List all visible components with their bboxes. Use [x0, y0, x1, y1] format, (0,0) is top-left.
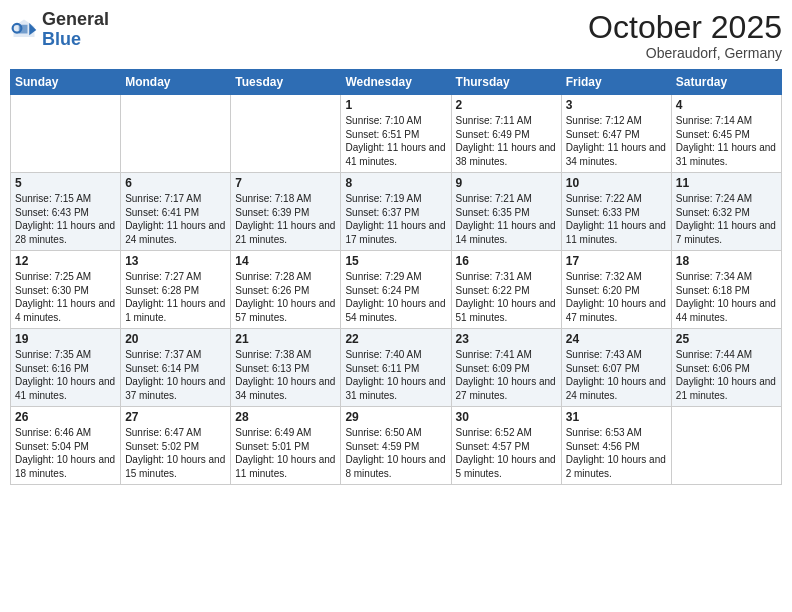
day-number: 18: [676, 254, 777, 268]
header: General Blue October 2025 Oberaudorf, Ge…: [10, 10, 782, 61]
day-info: Sunrise: 7:21 AM Sunset: 6:35 PM Dayligh…: [456, 192, 557, 246]
day-info: Sunrise: 6:52 AM Sunset: 4:57 PM Dayligh…: [456, 426, 557, 480]
day-number: 1: [345, 98, 446, 112]
calendar: Sunday Monday Tuesday Wednesday Thursday…: [10, 69, 782, 485]
day-number: 25: [676, 332, 777, 346]
day-number: 20: [125, 332, 226, 346]
calendar-header-row: Sunday Monday Tuesday Wednesday Thursday…: [11, 70, 782, 95]
logo-icon: [10, 16, 38, 44]
table-row: 12Sunrise: 7:25 AM Sunset: 6:30 PM Dayli…: [11, 251, 121, 329]
col-wednesday: Wednesday: [341, 70, 451, 95]
day-number: 27: [125, 410, 226, 424]
page: General Blue October 2025 Oberaudorf, Ge…: [0, 0, 792, 612]
day-number: 8: [345, 176, 446, 190]
day-number: 11: [676, 176, 777, 190]
day-number: 9: [456, 176, 557, 190]
day-info: Sunrise: 7:11 AM Sunset: 6:49 PM Dayligh…: [456, 114, 557, 168]
day-number: 15: [345, 254, 446, 268]
table-row: 15Sunrise: 7:29 AM Sunset: 6:24 PM Dayli…: [341, 251, 451, 329]
day-info: Sunrise: 7:25 AM Sunset: 6:30 PM Dayligh…: [15, 270, 116, 324]
table-row: 17Sunrise: 7:32 AM Sunset: 6:20 PM Dayli…: [561, 251, 671, 329]
table-row: 30Sunrise: 6:52 AM Sunset: 4:57 PM Dayli…: [451, 407, 561, 485]
day-info: Sunrise: 7:10 AM Sunset: 6:51 PM Dayligh…: [345, 114, 446, 168]
day-number: 12: [15, 254, 116, 268]
calendar-week-3: 12Sunrise: 7:25 AM Sunset: 6:30 PM Dayli…: [11, 251, 782, 329]
table-row: 19Sunrise: 7:35 AM Sunset: 6:16 PM Dayli…: [11, 329, 121, 407]
day-info: Sunrise: 7:38 AM Sunset: 6:13 PM Dayligh…: [235, 348, 336, 402]
table-row: 11Sunrise: 7:24 AM Sunset: 6:32 PM Dayli…: [671, 173, 781, 251]
table-row: 5Sunrise: 7:15 AM Sunset: 6:43 PM Daylig…: [11, 173, 121, 251]
day-info: Sunrise: 6:53 AM Sunset: 4:56 PM Dayligh…: [566, 426, 667, 480]
table-row: 16Sunrise: 7:31 AM Sunset: 6:22 PM Dayli…: [451, 251, 561, 329]
day-info: Sunrise: 7:24 AM Sunset: 6:32 PM Dayligh…: [676, 192, 777, 246]
logo-blue: Blue: [42, 29, 81, 49]
table-row: 27Sunrise: 6:47 AM Sunset: 5:02 PM Dayli…: [121, 407, 231, 485]
day-info: Sunrise: 7:17 AM Sunset: 6:41 PM Dayligh…: [125, 192, 226, 246]
table-row: 31Sunrise: 6:53 AM Sunset: 4:56 PM Dayli…: [561, 407, 671, 485]
table-row: [671, 407, 781, 485]
table-row: 24Sunrise: 7:43 AM Sunset: 6:07 PM Dayli…: [561, 329, 671, 407]
day-info: Sunrise: 7:19 AM Sunset: 6:37 PM Dayligh…: [345, 192, 446, 246]
table-row: 25Sunrise: 7:44 AM Sunset: 6:06 PM Dayli…: [671, 329, 781, 407]
day-info: Sunrise: 6:47 AM Sunset: 5:02 PM Dayligh…: [125, 426, 226, 480]
table-row: [231, 95, 341, 173]
table-row: 9Sunrise: 7:21 AM Sunset: 6:35 PM Daylig…: [451, 173, 561, 251]
col-saturday: Saturday: [671, 70, 781, 95]
table-row: 29Sunrise: 6:50 AM Sunset: 4:59 PM Dayli…: [341, 407, 451, 485]
table-row: 26Sunrise: 6:46 AM Sunset: 5:04 PM Dayli…: [11, 407, 121, 485]
day-info: Sunrise: 7:43 AM Sunset: 6:07 PM Dayligh…: [566, 348, 667, 402]
location: Oberaudorf, Germany: [588, 45, 782, 61]
day-info: Sunrise: 7:41 AM Sunset: 6:09 PM Dayligh…: [456, 348, 557, 402]
table-row: [121, 95, 231, 173]
table-row: 10Sunrise: 7:22 AM Sunset: 6:33 PM Dayli…: [561, 173, 671, 251]
table-row: 28Sunrise: 6:49 AM Sunset: 5:01 PM Dayli…: [231, 407, 341, 485]
table-row: 14Sunrise: 7:28 AM Sunset: 6:26 PM Dayli…: [231, 251, 341, 329]
calendar-week-5: 26Sunrise: 6:46 AM Sunset: 5:04 PM Dayli…: [11, 407, 782, 485]
calendar-week-1: 1Sunrise: 7:10 AM Sunset: 6:51 PM Daylig…: [11, 95, 782, 173]
day-info: Sunrise: 6:49 AM Sunset: 5:01 PM Dayligh…: [235, 426, 336, 480]
day-number: 19: [15, 332, 116, 346]
day-info: Sunrise: 7:22 AM Sunset: 6:33 PM Dayligh…: [566, 192, 667, 246]
day-number: 7: [235, 176, 336, 190]
logo-text: General Blue: [42, 10, 109, 50]
day-info: Sunrise: 7:32 AM Sunset: 6:20 PM Dayligh…: [566, 270, 667, 324]
table-row: [11, 95, 121, 173]
day-number: 10: [566, 176, 667, 190]
day-number: 14: [235, 254, 336, 268]
day-info: Sunrise: 7:14 AM Sunset: 6:45 PM Dayligh…: [676, 114, 777, 168]
day-number: 28: [235, 410, 336, 424]
day-number: 26: [15, 410, 116, 424]
day-info: Sunrise: 7:12 AM Sunset: 6:47 PM Dayligh…: [566, 114, 667, 168]
day-number: 6: [125, 176, 226, 190]
day-number: 23: [456, 332, 557, 346]
month-title: October 2025: [588, 10, 782, 45]
day-info: Sunrise: 7:31 AM Sunset: 6:22 PM Dayligh…: [456, 270, 557, 324]
day-number: 13: [125, 254, 226, 268]
table-row: 20Sunrise: 7:37 AM Sunset: 6:14 PM Dayli…: [121, 329, 231, 407]
logo-general: General: [42, 9, 109, 29]
day-info: Sunrise: 7:27 AM Sunset: 6:28 PM Dayligh…: [125, 270, 226, 324]
day-info: Sunrise: 6:46 AM Sunset: 5:04 PM Dayligh…: [15, 426, 116, 480]
day-number: 5: [15, 176, 116, 190]
table-row: 3Sunrise: 7:12 AM Sunset: 6:47 PM Daylig…: [561, 95, 671, 173]
day-number: 16: [456, 254, 557, 268]
day-info: Sunrise: 7:37 AM Sunset: 6:14 PM Dayligh…: [125, 348, 226, 402]
col-sunday: Sunday: [11, 70, 121, 95]
table-row: 8Sunrise: 7:19 AM Sunset: 6:37 PM Daylig…: [341, 173, 451, 251]
day-number: 21: [235, 332, 336, 346]
day-number: 31: [566, 410, 667, 424]
table-row: 4Sunrise: 7:14 AM Sunset: 6:45 PM Daylig…: [671, 95, 781, 173]
table-row: 2Sunrise: 7:11 AM Sunset: 6:49 PM Daylig…: [451, 95, 561, 173]
day-number: 29: [345, 410, 446, 424]
day-info: Sunrise: 7:28 AM Sunset: 6:26 PM Dayligh…: [235, 270, 336, 324]
title-block: October 2025 Oberaudorf, Germany: [588, 10, 782, 61]
day-info: Sunrise: 7:15 AM Sunset: 6:43 PM Dayligh…: [15, 192, 116, 246]
col-monday: Monday: [121, 70, 231, 95]
day-number: 30: [456, 410, 557, 424]
table-row: 6Sunrise: 7:17 AM Sunset: 6:41 PM Daylig…: [121, 173, 231, 251]
col-friday: Friday: [561, 70, 671, 95]
table-row: 7Sunrise: 7:18 AM Sunset: 6:39 PM Daylig…: [231, 173, 341, 251]
day-number: 3: [566, 98, 667, 112]
table-row: 21Sunrise: 7:38 AM Sunset: 6:13 PM Dayli…: [231, 329, 341, 407]
table-row: 1Sunrise: 7:10 AM Sunset: 6:51 PM Daylig…: [341, 95, 451, 173]
